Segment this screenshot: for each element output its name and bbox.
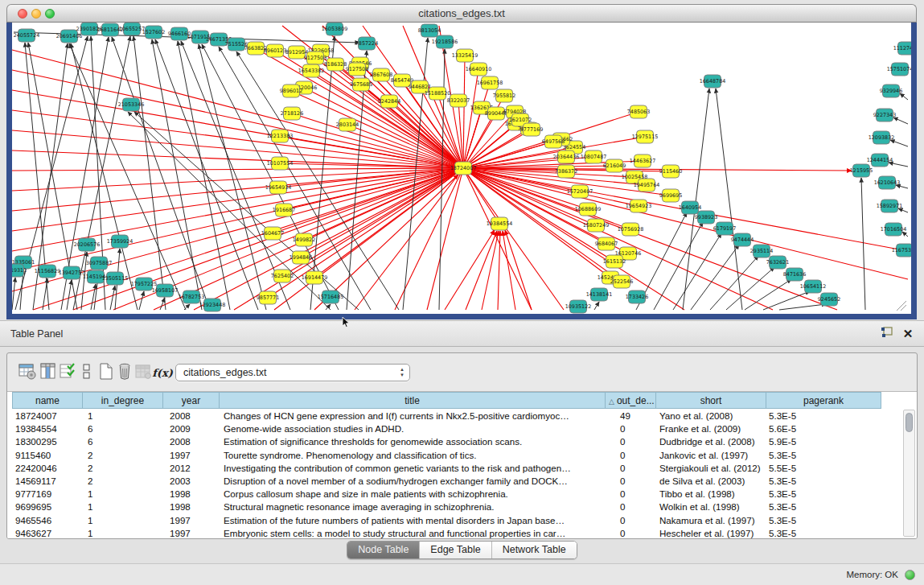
table-row[interactable]: 1872400712008Changes of HCN gene express… (12, 410, 901, 422)
table-cell[interactable]: 1 (83, 410, 163, 422)
graph-node[interactable]: 1215955 (850, 164, 873, 177)
network-window-titlebar[interactable]: citations_edges.txt (6, 4, 917, 23)
table-cell[interactable]: Dudbridge et al. (2008) (656, 435, 766, 448)
graph-node[interactable]: 2718126 (281, 107, 303, 120)
table-cell[interactable]: 0 (606, 514, 656, 527)
table-cell[interactable]: 5.3E-5 (766, 410, 881, 422)
graph-node[interactable]: 12093832 (869, 131, 895, 144)
table-cell[interactable]: 2008 (163, 410, 220, 422)
graph-node[interactable]: 6216049 (603, 159, 626, 172)
graph-node[interactable]: 16648784 (700, 75, 726, 88)
graph-node[interactable]: 1733426 (626, 290, 648, 303)
table-row[interactable]: 969969511998Structural magnetic resonanc… (12, 501, 901, 513)
table-scrollbar[interactable] (903, 410, 915, 537)
graph-node[interactable]: 8960123 (264, 44, 286, 57)
table-cell[interactable]: 5.3E-5 (766, 501, 881, 513)
row-height-icon[interactable] (76, 362, 97, 383)
graph-node[interactable]: 16210643 (874, 176, 901, 189)
show-columns-icon[interactable] (38, 362, 59, 383)
graph-node[interactable]: 7632621 (766, 256, 789, 269)
graph-node[interactable]: 11127433 (893, 42, 911, 55)
graph-node[interactable]: 8471636 (783, 268, 806, 281)
table-cell[interactable]: 9465546 (12, 514, 83, 527)
graph-node[interactable]: 9329946 (880, 84, 902, 97)
table-cell[interactable]: 0 (606, 527, 656, 538)
graph-node[interactable]: 9227343 (873, 109, 896, 122)
table-cell[interactable]: Corpus callosum shape and size in male p… (220, 488, 606, 501)
function-builder-icon[interactable]: f(x) (152, 362, 173, 383)
table-cell[interactable]: 1 (83, 514, 163, 527)
table-cell[interactable]: 0 (606, 422, 656, 435)
table-cell[interactable]: 0 (606, 435, 656, 448)
table-cell[interactable]: 1997 (163, 514, 220, 527)
table-cell[interactable]: Tibbo et al. (1998) (656, 488, 766, 501)
column-header-out_de[interactable]: △out_de... (606, 392, 656, 409)
table-cell[interactable]: 18724007 (12, 410, 83, 422)
graph-node[interactable]: 12213383 (267, 130, 294, 142)
table-cell[interactable]: Franke et al. (2009) (656, 422, 766, 435)
graph-node[interactable]: 3675685 (350, 78, 372, 91)
table-cell[interactable]: 5.3E-5 (766, 514, 881, 527)
graph-node[interactable]: 16640910 (466, 63, 492, 76)
graph-node[interactable]: 17359924 (107, 235, 133, 248)
table-row[interactable]: 1938455462009Genome-wide association stu… (12, 422, 901, 435)
table-cell[interactable]: Estimation of significance thresholds fo… (220, 435, 606, 448)
table-cell[interactable]: 9463627 (12, 527, 83, 538)
canvas-resize-grip[interactable] (897, 301, 906, 311)
column-header-short[interactable]: short (656, 392, 766, 409)
graph-node[interactable]: 1527602 (142, 26, 165, 39)
table-cell[interactable]: 5.3E-5 (766, 475, 881, 488)
graph-node[interactable]: 10807487 (581, 150, 607, 163)
table-cell[interactable]: Hescheler et al. (1997) (656, 527, 766, 538)
table-cell[interactable]: 1998 (163, 501, 220, 513)
graph-node[interactable]: 16053809 (322, 23, 348, 35)
table-cell[interactable]: 5.5E-5 (766, 462, 881, 475)
table-cell[interactable]: Embryonic stem cells: a model to study s… (220, 527, 606, 538)
graph-node[interactable]: 1604677 (261, 227, 284, 240)
table-cell[interactable]: 2009 (163, 422, 220, 435)
table-cell[interactable]: Genome-wide association studies in ADHD. (220, 422, 606, 435)
table-cell[interactable]: 49 (606, 410, 656, 422)
graph-node[interactable]: 6497568 (542, 135, 565, 148)
table-cell[interactable]: 9115460 (12, 449, 83, 462)
graph-node[interactable]: 1994846 (290, 251, 312, 264)
graph-node[interactable]: 17016504 (881, 223, 907, 236)
table-cell[interactable]: 0 (606, 501, 656, 513)
column-header-pagerank[interactable]: pagerank (766, 392, 881, 409)
graph-node[interactable]: 12975115 (632, 130, 659, 143)
table-cell[interactable]: Nakamura et al. (1997) (656, 514, 766, 527)
table-row[interactable]: 2242004622012Investigating the contribut… (12, 462, 901, 475)
graph-node[interactable]: 2522546 (610, 275, 633, 288)
table-cell[interactable]: 5.6E-5 (766, 422, 881, 435)
float-panel-icon[interactable] (879, 327, 895, 341)
table-selector-dropdown[interactable]: citations_edges.txt ▲▼ (175, 364, 410, 381)
table-cell[interactable]: 2008 (163, 435, 220, 448)
graph-node[interactable]: 20206576 (74, 238, 101, 251)
table-row[interactable]: 911546021997Tourette syndrome. Phenomeno… (12, 449, 901, 462)
column-header-title[interactable]: title (220, 392, 606, 409)
table-cell[interactable]: 1997 (163, 527, 220, 538)
graph-node[interactable]: 15720407 (567, 185, 593, 198)
table-row[interactable]: 946554611997Estimation of the future num… (12, 514, 901, 527)
graph-node[interactable]: 16961758 (477, 76, 503, 89)
graph-node[interactable]: 9684067 (595, 237, 618, 250)
table-row[interactable]: 1456911722003Disruption of a novel membe… (12, 475, 901, 488)
graph-node[interactable]: 2867608 (370, 68, 392, 81)
graph-node[interactable]: 13325419 (452, 49, 478, 62)
graph-node[interactable]: 9242844 (378, 95, 400, 108)
graph-node[interactable]: 7857224 (355, 37, 378, 50)
table-cell[interactable]: Disruption of a novel member of a sodium… (220, 475, 606, 488)
graph-node[interactable]: 10756928 (618, 223, 644, 236)
graph-node[interactable]: 19384554 (487, 217, 513, 230)
select-rows-icon[interactable] (57, 362, 78, 383)
graph-node[interactable]: 9115460 (659, 165, 682, 178)
column-header-year[interactable]: year (163, 392, 220, 409)
table-cell[interactable]: 5.9E-5 (766, 435, 881, 448)
table-row[interactable]: 946362711997Embryonic stem cells: a mode… (12, 527, 901, 538)
graph-node[interactable]: 15716485 (318, 290, 344, 303)
table-cell[interactable]: 1997 (163, 449, 220, 462)
table-cell[interactable]: de Silva et al. (2003) (656, 475, 766, 488)
graph-node[interactable]: 9127508 (346, 63, 368, 76)
close-window-button[interactable] (18, 9, 27, 19)
zoom-window-button[interactable] (45, 9, 55, 19)
